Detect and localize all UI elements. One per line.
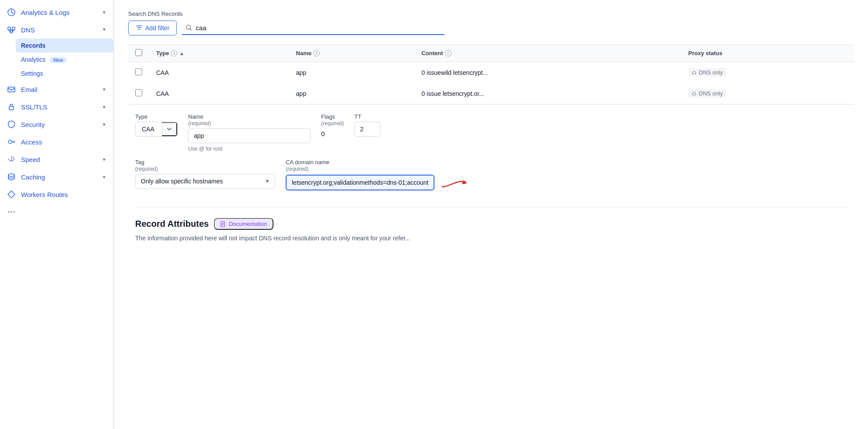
sidebar-item-ssl-tls[interactable]: SSL/TLS ▼ xyxy=(0,98,113,116)
search-input-wrap xyxy=(182,21,444,35)
access-icon xyxy=(7,137,16,146)
type-select-wrap: CAA xyxy=(135,122,178,137)
name-header-label: Name xyxy=(296,50,312,56)
sidebar-item-settings[interactable]: Settings xyxy=(21,67,113,81)
table-header: Type i ▲ Name i Content xyxy=(128,45,854,62)
type-header: Type i ▲ xyxy=(149,45,289,62)
flags-field: Flags (required) 0 xyxy=(321,113,344,139)
chevron-down-icon: ▼ xyxy=(102,175,106,179)
workers-icon xyxy=(7,190,16,199)
content-info-icon[interactable]: i xyxy=(445,50,452,56)
email-icon xyxy=(7,85,16,94)
dns-submenu: Records Analytics New Settings xyxy=(0,39,113,81)
search-label: Search DNS Records xyxy=(128,11,854,17)
more-icon xyxy=(7,207,16,216)
search-row: Add filter xyxy=(128,21,854,35)
settings-label: Settings xyxy=(21,70,43,77)
form-row-2: Tag (required) Only allow specific hostn… xyxy=(135,159,847,191)
chevron-up-icon: ▲ xyxy=(102,28,106,32)
search-input[interactable] xyxy=(196,24,441,32)
sidebar-item-analytics[interactable]: Analytics New xyxy=(21,53,113,67)
dns-only-badge: DNS only xyxy=(688,89,726,98)
table-row: CAA app 0 issue letsencrypt.or... DNS on… xyxy=(128,83,854,104)
security-icon xyxy=(7,120,16,129)
row-checkbox[interactable] xyxy=(135,89,142,96)
sidebar-item-label: Speed xyxy=(21,156,40,163)
name-header: Name i xyxy=(289,45,415,62)
row-proxy-status: DNS only xyxy=(681,62,854,83)
row-type: CAA xyxy=(149,62,289,83)
select-all-cell xyxy=(128,45,149,62)
sidebar-item-analytics-logs[interactable]: Analytics & Logs ▼ xyxy=(0,4,113,21)
new-badge: New xyxy=(50,57,66,63)
sidebar-item-label: Workers Routes xyxy=(21,191,68,198)
type-dropdown-button[interactable] xyxy=(162,122,177,136)
sidebar-item-label: Analytics & Logs xyxy=(21,9,70,16)
sidebar-item-label: SSL/TLS xyxy=(21,103,47,111)
records-label: Records xyxy=(21,42,46,49)
svg-rect-8 xyxy=(8,87,15,92)
sidebar-item-email[interactable]: Email ▼ xyxy=(0,81,113,98)
table-body: CAA app 0 issuewild letsencrypt... DNS o… xyxy=(128,62,854,104)
sidebar-item-access[interactable]: Access xyxy=(0,133,113,151)
flags-label: Flags (required) xyxy=(321,113,344,127)
sidebar-item-security[interactable]: Security ▼ xyxy=(0,116,113,133)
sidebar-item-workers-routes[interactable]: Workers Routes xyxy=(0,186,113,203)
row-proxy-status: DNS only xyxy=(681,83,854,104)
chevron-down-icon: ▼ xyxy=(102,105,106,109)
ca-domain-label: CA domain name (required) xyxy=(286,159,470,172)
chevron-down-icon: ▼ xyxy=(102,157,106,162)
chevron-down-icon: ▼ xyxy=(102,87,106,92)
ssl-icon xyxy=(7,102,16,111)
row-name: app xyxy=(289,83,415,104)
sidebar-item-caching[interactable]: Caching ▼ xyxy=(0,168,113,186)
name-input[interactable] xyxy=(188,128,311,143)
tag-label: Tag (required) xyxy=(135,159,275,172)
sidebar-item-more[interactable] xyxy=(0,203,113,221)
sidebar-item-label: Email xyxy=(21,86,38,93)
proxy-status-header-label: Proxy status xyxy=(688,50,722,56)
name-info-icon[interactable]: i xyxy=(313,50,320,56)
svg-point-14 xyxy=(11,211,12,213)
edit-form: Type CAA Name (re xyxy=(128,104,854,207)
form-row-1: Type CAA Name (re xyxy=(135,113,847,152)
sidebar-item-records[interactable]: Records xyxy=(16,39,113,53)
sidebar-item-dns[interactable]: DNS ▲ xyxy=(0,21,113,39)
cloud-icon xyxy=(692,91,697,96)
proxy-status-header: Proxy status xyxy=(681,45,854,62)
row-content: 0 issue letsencrypt.or... xyxy=(414,83,681,104)
analytics-label: Analytics xyxy=(21,56,46,63)
svg-rect-1 xyxy=(8,27,10,30)
name-hint: Use @ for root xyxy=(188,146,311,152)
add-filter-button[interactable]: Add filter xyxy=(128,21,177,35)
add-filter-label: Add filter xyxy=(145,25,169,32)
svg-point-15 xyxy=(14,211,15,213)
book-icon xyxy=(220,221,226,227)
sidebar: Analytics & Logs ▼ DNS ▲ Records Analyti… xyxy=(0,0,114,429)
documentation-button[interactable]: Documentation xyxy=(214,218,273,230)
ttl-input[interactable] xyxy=(354,122,381,137)
main-panel: Search DNS Records Add filter xyxy=(114,0,868,429)
row-checkbox-cell xyxy=(128,62,149,83)
svg-rect-3 xyxy=(10,30,13,33)
tag-select[interactable]: Only allow specific hostnames Only allow… xyxy=(135,174,275,189)
svg-point-11 xyxy=(8,174,14,176)
search-icon xyxy=(186,24,192,31)
type-info-icon[interactable]: i xyxy=(171,50,177,56)
ttl-field: TT xyxy=(354,113,381,137)
caching-icon xyxy=(7,172,16,181)
search-section: Search DNS Records Add filter xyxy=(128,11,854,35)
ca-domain-input[interactable] xyxy=(286,175,434,190)
table-row: CAA app 0 issuewild letsencrypt... DNS o… xyxy=(128,62,854,83)
main-content: Search DNS Records Add filter xyxy=(114,0,868,429)
type-value: CAA xyxy=(136,122,162,136)
select-all-checkbox[interactable] xyxy=(135,49,142,56)
tag-field: Tag (required) Only allow specific hostn… xyxy=(135,159,275,189)
name-field: Name (required) Use @ for root xyxy=(188,113,311,152)
svg-rect-2 xyxy=(12,27,15,30)
row-checkbox-cell xyxy=(128,83,149,104)
row-checkbox[interactable] xyxy=(135,68,142,75)
sort-asc-icon[interactable]: ▲ xyxy=(179,50,184,56)
sidebar-item-speed[interactable]: Speed ▼ xyxy=(0,151,113,168)
row-type: CAA xyxy=(149,83,289,104)
